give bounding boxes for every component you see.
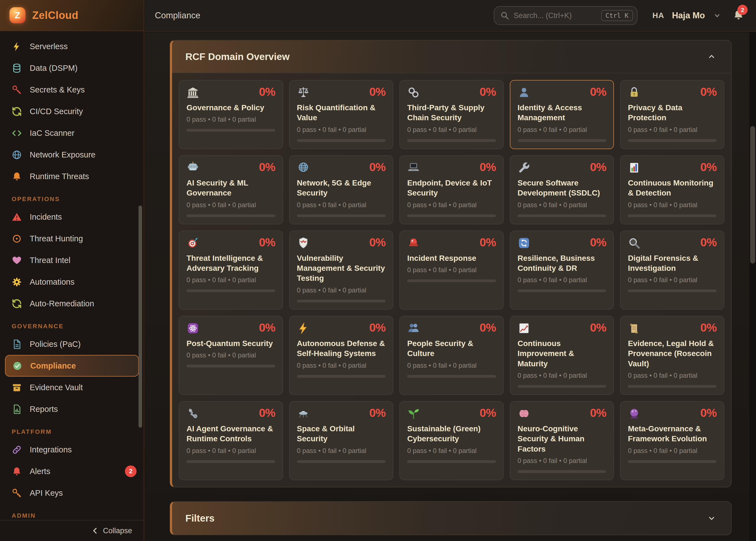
page-scrollbar-thumb[interactable] (750, 126, 755, 264)
domain-card-autonomous-defense-self-healing-systems[interactable]: 0%Autonomous Defense & Self-Healing Syst… (289, 316, 393, 395)
sidebar-item-api-keys[interactable]: API Keys (0, 482, 144, 504)
domain-card-neuro-cognitive-security-human-factors[interactable]: 0%Neuro-Cognitive Security & Human Facto… (510, 401, 614, 480)
domain-card-evidence-legal-hold-provenance-rosecoin-vault[interactable]: 0%Evidence, Legal Hold & Provenance (Ros… (620, 316, 724, 395)
sidebar-item-evidence-vault[interactable]: Evidence Vault (0, 376, 144, 398)
domain-stats: 0 pass • 0 fail • 0 partial (518, 126, 607, 134)
search-input[interactable] (514, 11, 597, 20)
domain-percent: 0% (369, 86, 385, 98)
domain-title: Continuous Improvement & Maturity (518, 338, 607, 369)
domain-card-post-quantum-security[interactable]: 0%Post-Quantum Security0 pass • 0 fail •… (179, 316, 283, 395)
classical-building-icon (186, 86, 199, 99)
sidebar-item-label: Policies (PaC) (30, 340, 81, 349)
domain-card-privacy-data-protection[interactable]: 0%Privacy & Data Protection0 pass • 0 fa… (620, 80, 724, 149)
crystal-ball-icon (628, 407, 640, 420)
sidebar-item-label: Automations (30, 277, 74, 286)
brand-name: ZelCloud (32, 9, 79, 21)
domain-card-space-orbital-security[interactable]: 0%Space & Orbital Security0 pass • 0 fai… (289, 401, 393, 480)
chevron-up-icon[interactable] (707, 52, 716, 61)
sidebar-scrollbar[interactable] (138, 206, 142, 428)
sidebar-item-data-dspm[interactable]: Data (DSPM) (0, 57, 144, 79)
sidebar-item-label: Auto-Remediation (30, 299, 94, 308)
domain-card-incident-response[interactable]: 0%Incident Response0 pass • 0 fail • 0 p… (399, 231, 504, 310)
domain-card-continuous-monitoring-detection[interactable]: 0%Continuous Monitoring & Detection0 pas… (620, 155, 724, 225)
domain-percent: 0% (590, 407, 607, 419)
sidebar-item-label: Secrets & Keys (30, 85, 85, 94)
sidebar-item-integrations[interactable]: Integrations (0, 439, 144, 460)
domain-progress-bar (186, 289, 275, 292)
domain-progress-bar (186, 215, 275, 217)
bell-icon (12, 171, 22, 182)
overview-panel-header[interactable]: RCF Domain Overview (172, 41, 731, 73)
domain-card-secure-software-development-ssdlc[interactable]: 0%Secure Software Development (SSDLC)0 p… (510, 155, 614, 225)
sidebar-item-policies-pac[interactable]: Policies (PaC) (0, 333, 144, 355)
sidebar-item-threat-intel[interactable]: Threat Intel (0, 250, 144, 271)
domain-title: Autonomous Defense & Self-Healing System… (297, 338, 386, 359)
sidebar-item-iac-scanner[interactable]: IaC Scanner (0, 122, 144, 144)
domain-card-risk-quantification-value[interactable]: 0%Risk Quantification & Value0 pass • 0 … (289, 80, 393, 149)
target-icon (12, 234, 22, 244)
domain-card-threat-intelligence-adversary-tracking[interactable]: 0%Threat Intelligence & Adversary Tracki… (179, 231, 283, 310)
domain-card-identity-access-management[interactable]: 0%Identity & Access Management0 pass • 0… (510, 80, 614, 149)
domain-card-ai-agent-governance-runtime-controls[interactable]: 0%AI Agent Governance & Runtime Controls… (179, 401, 283, 480)
domain-title: Governance & Policy (186, 103, 275, 113)
domain-card-continuous-improvement-maturity[interactable]: 0%Continuous Improvement & Maturity0 pas… (510, 316, 614, 395)
domain-title: Privacy & Data Protection (628, 103, 717, 123)
alert-triangle-icon (12, 212, 22, 222)
page-scrollbar-track[interactable] (749, 32, 756, 541)
user-menu[interactable]: HA Haja Mo (652, 11, 722, 21)
topbar: Compliance Ctrl K HA Haja Mo 2 (145, 0, 756, 32)
sidebar-item-secrets-keys[interactable]: Secrets & Keys (0, 79, 144, 101)
domain-percent: 0% (700, 161, 717, 173)
domain-card-network-5g-edge-security[interactable]: 0%Network, 5G & Edge Security0 pass • 0 … (289, 155, 393, 225)
bolt-icon (12, 41, 22, 52)
domain-card-sustainable-green-cybersecurity[interactable]: 0%Sustainable (Green) Cybersecurity0 pas… (399, 401, 504, 480)
sidebar-section-operations: OPERATIONS (0, 187, 144, 206)
domain-stats: 0 pass • 0 fail • 0 partial (628, 447, 717, 455)
filters-panel-header[interactable]: Filters (172, 502, 731, 535)
sidebar-item-label: Data (DSPM) (30, 64, 78, 73)
notifications-badge: 2 (737, 5, 748, 15)
sidebar-item-serverless[interactable]: Serverless (0, 36, 144, 57)
domain-percent: 0% (700, 322, 717, 333)
sidebar-item-reports[interactable]: Reports (0, 398, 144, 420)
api-key-icon (12, 488, 22, 498)
sidebar-item-compliance[interactable]: Compliance (5, 355, 139, 376)
domain-stats: 0 pass • 0 fail • 0 partial (518, 371, 607, 379)
domain-card-third-party-supply-chain-security[interactable]: 0%Third-Party & Supply Chain Security0 p… (399, 80, 504, 149)
search-box[interactable]: Ctrl K (494, 6, 637, 25)
domain-card-meta-governance-framework-evolution[interactable]: 0%Meta-Governance & Framework Evolution0… (620, 401, 724, 480)
sidebar-item-network-exposure[interactable]: Network Exposure (0, 144, 144, 166)
sidebar-item-threat-hunting[interactable]: Threat Hunting (0, 228, 144, 250)
sidebar-item-ci-cd-security[interactable]: CI/CD Security (0, 101, 144, 122)
domain-card-endpoint-device-iot-security[interactable]: 0%Endpoint, Device & IoT Security0 pass … (399, 155, 504, 225)
domain-progress-bar (628, 289, 717, 292)
domain-title: Threat Intelligence & Adversary Tracking (186, 253, 275, 273)
domain-card-governance-policy[interactable]: 0%Governance & Policy0 pass • 0 fail • 0… (179, 80, 283, 149)
domain-stats: 0 pass • 0 fail • 0 partial (628, 126, 717, 134)
domain-card-vulnerability-management-security-testing[interactable]: 0%Vulnerability Management & Security Te… (289, 231, 393, 310)
sidebar-item-auto-remediation[interactable]: Auto-Remediation (0, 293, 144, 314)
notifications-button[interactable]: 2 (733, 9, 744, 22)
chevron-down-icon (713, 11, 722, 20)
chevron-down-icon[interactable] (707, 514, 716, 523)
domain-stats: 0 pass • 0 fail • 0 partial (407, 201, 496, 209)
collapse-button[interactable]: Collapse (0, 520, 144, 541)
domain-progress-bar (407, 375, 496, 378)
domain-card-people-security-culture[interactable]: 0%People Security & Culture0 pass • 0 fa… (399, 316, 504, 395)
domain-card-ai-security-ml-governance[interactable]: 0%AI Security & ML Governance0 pass • 0 … (179, 155, 283, 225)
domain-progress-bar (407, 139, 496, 142)
sidebar-section-governance: GOVERNANCE (0, 314, 144, 333)
brand[interactable]: Z ZelCloud (0, 0, 144, 31)
domain-card-digital-forensics-investigation[interactable]: 0%Digital Forensics & Investigation0 pas… (620, 231, 724, 310)
domain-stats: 0 pass • 0 fail • 0 partial (297, 126, 386, 134)
sidebar-item-incidents[interactable]: Incidents (0, 206, 144, 228)
sidebar-item-alerts[interactable]: Alerts2 (0, 460, 144, 482)
domain-progress-bar (297, 139, 386, 142)
sidebar-item-label: IaC Scanner (30, 129, 74, 138)
sidebar-item-label: Evidence Vault (30, 383, 83, 392)
domain-progress-bar (628, 215, 717, 217)
collapse-label: Collapse (103, 527, 132, 535)
domain-card-resilience-business-continuity-dr[interactable]: 0%Resilience, Business Continuity & DR0 … (510, 231, 614, 310)
sidebar-item-automations[interactable]: Automations (0, 271, 144, 293)
sidebar-item-runtime-threats[interactable]: Runtime Threats (0, 166, 144, 187)
